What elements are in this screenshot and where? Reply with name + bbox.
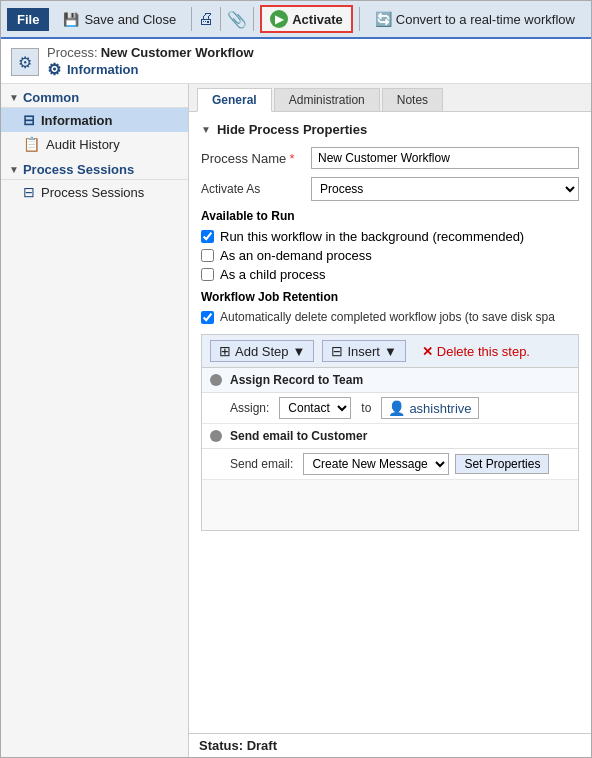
delete-icon: ✕ xyxy=(422,344,433,359)
retention-checkbox-row: Automatically delete completed workflow … xyxy=(201,310,579,324)
print-icon: 🖨 xyxy=(198,10,214,28)
step-1-assign-select[interactable]: Contact xyxy=(279,397,351,419)
separator-1 xyxy=(191,7,192,31)
checkbox-child-process: As a child process xyxy=(201,267,579,282)
checkbox-child-process-input[interactable] xyxy=(201,268,214,281)
process-title-area: Process: New Customer Workflow ⚙ Informa… xyxy=(47,45,254,79)
process-name-row: Process Name * xyxy=(201,147,579,169)
add-step-icon: ⊞ xyxy=(219,343,231,359)
insert-button[interactable]: ⊟ Insert ▼ xyxy=(322,340,405,362)
separator-3 xyxy=(253,7,254,31)
attach-icon: 📎 xyxy=(227,10,247,29)
process-name-label: Process Name * xyxy=(201,151,311,166)
step-2-detail-label: Send email: xyxy=(230,457,293,471)
retention-label: Automatically delete completed workflow … xyxy=(220,310,555,324)
process-sessions-icon: ⊟ xyxy=(23,184,35,200)
step-area: ⊞ Add Step ▼ ⊟ Insert ▼ ✕ Delete this st… xyxy=(201,334,579,531)
sidebar-item-information[interactable]: ⊟ Information xyxy=(1,108,188,132)
checkbox-on-demand-label: As an on-demand process xyxy=(220,248,372,263)
step-1-user[interactable]: 👤 ashishtrive xyxy=(381,397,478,419)
step-2-detail: Send email: Create New Message Set Prope… xyxy=(202,449,578,480)
sidebar-group-common: ▼ Common xyxy=(1,84,188,108)
step-1-detail-label: Assign: xyxy=(230,401,269,415)
step-2-send-select[interactable]: Create New Message xyxy=(303,453,449,475)
retention-checkbox-input[interactable] xyxy=(201,311,214,324)
sidebar-item-audit-history[interactable]: 📋 Audit History xyxy=(1,132,188,156)
delete-step-button[interactable]: ✕ Delete this step. xyxy=(414,342,538,361)
add-step-button[interactable]: ⊞ Add Step ▼ xyxy=(210,340,314,362)
save-icon: 💾 xyxy=(62,10,80,28)
main-toolbar: File 💾 Save and Close 🖨 📎 ▶ Activate 🔄 C… xyxy=(1,1,591,39)
required-asterisk: * xyxy=(290,151,295,166)
right-panel: General Administration Notes ▼ Hide Proc… xyxy=(189,84,591,757)
process-section-title: ⚙ Information xyxy=(47,60,254,79)
info-section-icon: ⚙ xyxy=(47,60,61,79)
main-content: ▼ Common ⊟ Information 📋 Audit History ▼… xyxy=(1,84,591,757)
step-1-label: Assign Record to Team xyxy=(230,373,363,387)
available-to-run-title: Available to Run xyxy=(201,209,579,223)
process-sessions-collapse-icon[interactable]: ▼ xyxy=(9,164,19,175)
file-button[interactable]: File xyxy=(7,8,49,31)
step-2-dot xyxy=(210,430,222,442)
section-header[interactable]: ▼ Hide Process Properties xyxy=(201,122,579,137)
step-2-row: Send email to Customer xyxy=(202,424,578,449)
process-prefix: Process: New Customer Workflow xyxy=(47,45,254,60)
process-header: ⚙ Process: New Customer Workflow ⚙ Infor… xyxy=(1,39,591,84)
process-header-icon: ⚙ xyxy=(11,48,39,76)
separator-4 xyxy=(359,7,360,31)
tab-administration[interactable]: Administration xyxy=(274,88,380,111)
checkbox-bg-workflow: Run this workflow in the background (rec… xyxy=(201,229,579,244)
audit-icon: 📋 xyxy=(23,136,40,152)
save-button[interactable]: 💾 Save and Close xyxy=(53,6,185,32)
activate-as-label: Activate As xyxy=(201,182,311,196)
checkbox-child-process-label: As a child process xyxy=(220,267,326,282)
checkbox-bg-workflow-input[interactable] xyxy=(201,230,214,243)
step-1-detail: Assign: Contact to 👤 ashishtrive xyxy=(202,393,578,424)
convert-icon: 🔄 xyxy=(375,11,392,27)
section-title: Hide Process Properties xyxy=(217,122,367,137)
activate-as-row: Activate As Process xyxy=(201,177,579,201)
insert-icon: ⊟ xyxy=(331,343,343,359)
step-area-footer xyxy=(202,480,578,530)
step-1-to-label: to xyxy=(361,401,371,415)
step-1-row: Assign Record to Team xyxy=(202,368,578,393)
activate-button[interactable]: ▶ Activate xyxy=(260,5,353,33)
sidebar-item-process-sessions[interactable]: ⊟ Process Sessions xyxy=(1,180,188,204)
step-2-label: Send email to Customer xyxy=(230,429,367,443)
sidebar-group-process-sessions: ▼ Process Sessions xyxy=(1,156,188,180)
tab-bar: General Administration Notes xyxy=(189,84,591,112)
activate-icon: ▶ xyxy=(270,10,288,28)
process-name-input[interactable] xyxy=(311,147,579,169)
step-toolbar: ⊞ Add Step ▼ ⊟ Insert ▼ ✕ Delete this st… xyxy=(202,335,578,368)
step-1-dot xyxy=(210,374,222,386)
checkbox-on-demand-input[interactable] xyxy=(201,249,214,262)
separator-2 xyxy=(220,7,221,31)
checkbox-on-demand: As an on-demand process xyxy=(201,248,579,263)
tab-general[interactable]: General xyxy=(197,88,272,112)
convert-button[interactable]: 🔄 Convert to a real-time workflow xyxy=(366,7,584,31)
retention-title: Workflow Job Retention xyxy=(201,290,579,304)
information-icon: ⊟ xyxy=(23,112,35,128)
tab-content-general: ▼ Hide Process Properties Process Name *… xyxy=(189,112,591,733)
activate-as-select[interactable]: Process xyxy=(311,177,579,201)
checkbox-bg-workflow-label: Run this workflow in the background (rec… xyxy=(220,229,524,244)
user-icon: 👤 xyxy=(388,400,405,416)
add-step-dropdown-icon: ▼ xyxy=(293,344,306,359)
common-collapse-icon[interactable]: ▼ xyxy=(9,92,19,103)
tab-notes[interactable]: Notes xyxy=(382,88,443,111)
set-properties-button[interactable]: Set Properties xyxy=(455,454,549,474)
section-collapse-icon: ▼ xyxy=(201,124,211,135)
status-bar: Status: Draft xyxy=(189,733,591,757)
sidebar: ▼ Common ⊟ Information 📋 Audit History ▼… xyxy=(1,84,189,757)
insert-dropdown-icon: ▼ xyxy=(384,344,397,359)
